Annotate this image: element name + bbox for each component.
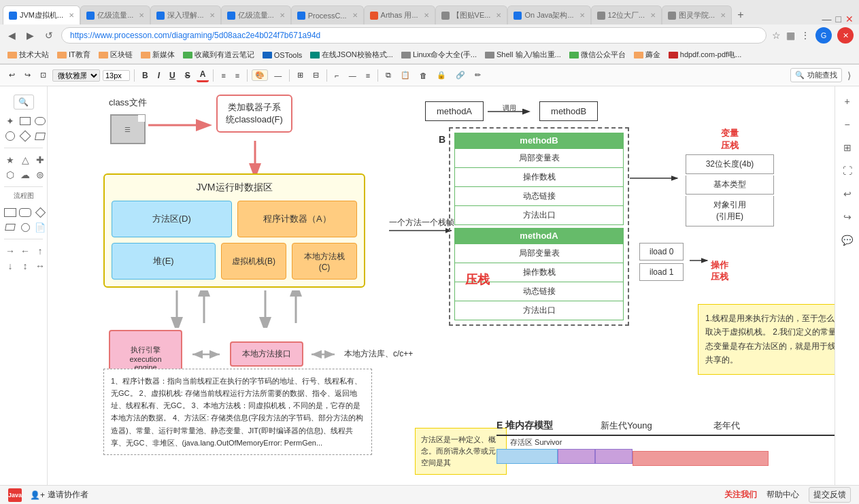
- arrow-updown-item[interactable]: ↕: [19, 260, 31, 272]
- fill-button[interactable]: 🎨: [252, 69, 268, 81]
- bookmark-youdao[interactable]: 收藏到有道云笔记: [181, 49, 256, 61]
- strikethrough-button[interactable]: S: [182, 69, 194, 82]
- bookmark-star-icon[interactable]: ☆: [772, 30, 781, 41]
- line-width-button[interactable]: ≡: [363, 70, 373, 81]
- paste-button[interactable]: 📋: [397, 69, 414, 81]
- expand-button[interactable]: ⟩: [845, 69, 854, 82]
- address-bar[interactable]: https://www.processon.com/diagraming/5d0…: [61, 27, 767, 44]
- minimize-btn[interactable]: ―: [822, 14, 832, 24]
- undo-rt-button[interactable]: ↩: [838, 184, 857, 203]
- new-tab-button[interactable]: +: [732, 5, 749, 24]
- line-style-button[interactable]: —: [346, 70, 360, 81]
- bookmark-xinmeiti[interactable]: 新媒体: [139, 49, 177, 61]
- align-center-button[interactable]: ≡: [232, 70, 243, 81]
- sidebar-search-button[interactable]: 🔍: [14, 95, 34, 110]
- shape-cloud-item[interactable]: ☁: [19, 169, 31, 181]
- arrow-right-item[interactable]: →: [4, 245, 16, 257]
- bookmark-linux[interactable]: Linux命令大全(手...: [399, 49, 479, 61]
- underline-button[interactable]: U: [166, 69, 179, 82]
- corner-button[interactable]: ⌐: [331, 70, 342, 81]
- italic-button[interactable]: I: [154, 69, 163, 82]
- shape-connector-item[interactable]: [19, 221, 31, 233]
- tab-close-8[interactable]: ✕: [579, 12, 585, 19]
- connect-button[interactable]: 🔗: [452, 69, 469, 81]
- tab-close-10[interactable]: ✕: [720, 12, 726, 19]
- bookmark-shell[interactable]: Shell 输入/输出重...: [483, 49, 563, 61]
- stroke-button[interactable]: —: [271, 70, 285, 81]
- tab-arthas[interactable]: Arthas 用... ✕: [364, 5, 435, 24]
- bookmark-jishudazhan[interactable]: 技术大站: [5, 49, 51, 61]
- tab-close-7[interactable]: ✕: [496, 12, 501, 19]
- tab-close-2[interactable]: ✕: [139, 12, 144, 19]
- font-family-select[interactable]: 微软雅黑: [52, 69, 100, 82]
- shape-rect-item[interactable]: [19, 115, 31, 127]
- copy-button[interactable]: ⧉: [382, 69, 394, 81]
- redo-button[interactable]: ↪: [21, 69, 34, 81]
- tab-close-jvm[interactable]: ✕: [69, 12, 74, 19]
- delete-button[interactable]: 🗑: [416, 70, 431, 81]
- tab-yijiliu1[interactable]: 亿级流量... ✕: [80, 5, 150, 24]
- bookmark-qukuailian[interactable]: 区块链: [97, 49, 135, 61]
- forward-button[interactable]: ▶: [24, 29, 37, 42]
- close-btn[interactable]: ✕: [845, 14, 854, 24]
- back-button[interactable]: ◀: [5, 29, 18, 42]
- tab-tutie[interactable]: 【图贴VE... ✕: [435, 5, 508, 24]
- comment-button[interactable]: 💬: [838, 231, 857, 250]
- tab-jvm[interactable]: JVM虚拟机... ✕: [3, 5, 80, 24]
- shape-process-item[interactable]: [4, 206, 16, 218]
- tab-close-5[interactable]: ✕: [352, 12, 358, 19]
- tab-close-4[interactable]: ✕: [280, 12, 285, 19]
- undo-button[interactable]: ↩: [5, 69, 18, 81]
- fit-all-button[interactable]: ⊞: [838, 138, 857, 157]
- cast-icon[interactable]: ▦: [786, 30, 795, 41]
- font-size-input[interactable]: [103, 70, 130, 81]
- shape-circle-item[interactable]: [4, 130, 16, 142]
- maximize-btn[interactable]: □: [836, 14, 841, 24]
- tab-java-arch[interactable]: On Java架构... ✕: [507, 5, 590, 24]
- arrow-leftright-item[interactable]: ↔: [34, 260, 46, 272]
- shape-select-tool[interactable]: ✦: [4, 115, 16, 127]
- bold-button[interactable]: B: [139, 69, 152, 82]
- align-button[interactable]: ⊞: [294, 69, 307, 81]
- distribute-button[interactable]: ⊟: [309, 69, 322, 81]
- shape-triangle-item[interactable]: △: [19, 154, 31, 166]
- bookmark-itjiaoyu[interactable]: IT教育: [55, 49, 92, 61]
- tab-close-6[interactable]: ✕: [424, 12, 429, 19]
- shape-hexagon-item[interactable]: ⬡: [4, 169, 16, 181]
- shape-cylinder-item[interactable]: ⊚: [34, 169, 46, 181]
- canvas-area[interactable]: class文件 ☰ 类加载器子系统classload(F): [48, 86, 835, 504]
- shape-star-item[interactable]: ★: [4, 154, 16, 166]
- tab-yijiliu2[interactable]: 亿级流量... ✕: [221, 5, 291, 24]
- fit-button[interactable]: ⊡: [37, 69, 50, 81]
- bookmark-haojin[interactable]: 薅金: [632, 49, 662, 61]
- fullscreen-button[interactable]: ⛶: [838, 161, 857, 180]
- help-center-button[interactable]: 帮助中心: [767, 489, 799, 501]
- shape-terminal-item[interactable]: [19, 206, 31, 218]
- shape-cross-item[interactable]: ✚: [34, 154, 46, 166]
- lock-button[interactable]: 🔒: [433, 69, 450, 81]
- shape-document-item[interactable]: 📄: [34, 221, 46, 233]
- shape-io-item[interactable]: [4, 221, 16, 233]
- shape-diamond-item[interactable]: [19, 130, 31, 142]
- tab-process[interactable]: ProcessC... ✕: [291, 5, 364, 24]
- refresh-button[interactable]: ↺: [42, 29, 56, 42]
- bookmark-json[interactable]: 在线JSON校验格式...: [308, 49, 395, 61]
- invite-collaborator-button[interactable]: 👤+ 邀请协作者: [30, 489, 88, 501]
- align-left-button[interactable]: ≡: [218, 70, 229, 81]
- more-icon[interactable]: ⋮: [801, 30, 810, 41]
- tab-tuling[interactable]: 图灵学院... ✕: [662, 5, 732, 24]
- feedback-button[interactable]: 提交反馈: [809, 487, 851, 503]
- tab-shenjie[interactable]: 深入理解... ✕: [150, 5, 220, 24]
- shape-rounded-rect-item[interactable]: [34, 115, 46, 127]
- bookmark-wechat[interactable]: 微信公众平台: [567, 49, 628, 61]
- follow-us-button[interactable]: 关注我们: [724, 489, 757, 501]
- bookmark-ostools[interactable]: OSTools: [260, 50, 305, 60]
- arrow-up-item[interactable]: ↑: [34, 245, 46, 257]
- tab-close-9[interactable]: ✕: [650, 12, 656, 19]
- zoom-in-button[interactable]: +: [838, 92, 857, 111]
- notification-icon[interactable]: ✕: [837, 27, 854, 44]
- shape-decision-item[interactable]: [34, 206, 46, 218]
- search-function-button[interactable]: 🔍 功能查找: [790, 68, 842, 82]
- user-avatar[interactable]: G: [815, 27, 832, 44]
- style-button[interactable]: ✏: [471, 69, 484, 81]
